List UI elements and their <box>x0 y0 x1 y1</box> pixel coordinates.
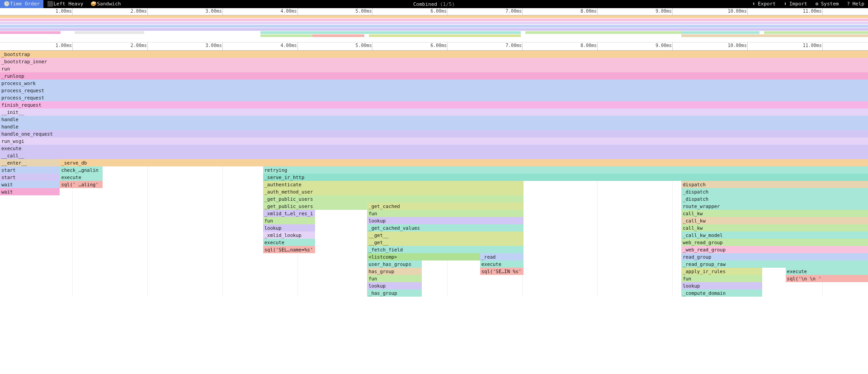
flame-frame[interactable]: fun <box>263 217 315 224</box>
flame-frame[interactable]: wait <box>0 181 60 188</box>
flame-frame[interactable]: sql('SE…IN %s' <box>480 268 524 275</box>
flame-frame[interactable]: lookup <box>681 282 762 289</box>
flame-frame[interactable]: process_request <box>0 87 868 94</box>
tab-sandwich[interactable]: 🥪 Sandwich <box>87 0 124 8</box>
export-button[interactable]: ⬆ Export <box>748 0 779 8</box>
flame-frame[interactable]: _fetch_field <box>367 246 524 253</box>
flame-frame[interactable]: _xmlid_t…el_res_i <box>263 210 315 217</box>
flame-frame[interactable]: <listcomp> <box>367 253 480 260</box>
flame-frame[interactable]: _serve_ir_http <box>263 174 868 181</box>
flame-frame[interactable]: sql('SEL…name=%s' <box>263 246 315 253</box>
ruler-tick-label: 9.00ms <box>656 9 672 14</box>
flame-frame[interactable]: handle <box>0 123 868 130</box>
flamechart[interactable]: _bootstrap_bootstrap_innerrun_runlooppro… <box>0 51 868 297</box>
flame-lane: startexecute_serve_ir_http <box>0 174 868 181</box>
flame-frame-label: __get__ <box>368 232 388 238</box>
flame-frame[interactable]: _call_kw_model <box>681 232 868 239</box>
system-button[interactable]: ⚙ System <box>811 0 843 8</box>
flame-frame[interactable]: lookup <box>367 282 422 289</box>
flame-frame[interactable]: sql('\n \n ' <box>786 275 868 282</box>
flame-frame[interactable]: fun <box>367 275 422 282</box>
flame-frame[interactable]: run_wsgi <box>0 137 868 145</box>
flame-frame[interactable]: __get__ <box>367 232 524 239</box>
flame-frame[interactable]: handle_one_request <box>0 130 868 137</box>
flame-frame[interactable]: has_group <box>367 268 422 275</box>
flame-frame[interactable]: sql(' …aling' <box>60 181 102 188</box>
flame-frame[interactable]: route_wrapper <box>681 203 868 210</box>
flame-frame[interactable]: _get_public_users <box>263 195 524 203</box>
ruler-tick-label: 1.00ms <box>56 43 72 48</box>
flame-frame[interactable]: finish_request <box>0 101 868 109</box>
flame-frame-label: process_request <box>1 95 44 100</box>
minimap-segment <box>0 15 868 18</box>
flame-frame-label: _auth_method_user <box>264 189 313 194</box>
flame-frame[interactable]: _has_group <box>367 289 422 297</box>
sandwich-icon: 🥪 <box>90 0 95 8</box>
flame-frame[interactable]: _read <box>480 253 524 260</box>
flame-frame[interactable]: _get_cached_values <box>367 224 524 232</box>
flame-frame[interactable]: handle <box>0 116 868 123</box>
flame-frame[interactable]: _call_kw <box>681 217 868 224</box>
flame-frame[interactable]: lookup <box>263 224 315 232</box>
flame-frame[interactable]: _dispatch <box>681 188 868 195</box>
flame-frame[interactable]: execute <box>60 174 102 181</box>
flame-frame[interactable]: _auth_method_user <box>263 188 524 195</box>
ruler-tick-label: 6.00ms <box>430 9 447 14</box>
ruler-tick: 5.00ms <box>372 8 373 15</box>
minimap-row <box>0 31 868 34</box>
flame-frame[interactable]: run <box>0 65 868 72</box>
flame-frame[interactable]: retrying <box>263 166 868 174</box>
flame-frame[interactable]: execute <box>0 145 868 152</box>
flame-frame[interactable]: read_group <box>681 253 868 260</box>
flame-frame[interactable]: process_work <box>0 80 868 87</box>
flame-frame[interactable]: _get_cached <box>367 203 524 210</box>
flame-frame[interactable]: _read_group_raw <box>681 260 868 268</box>
minimap-segment <box>0 22 868 24</box>
flame-frame[interactable]: __init__ <box>0 109 868 116</box>
flame-frame[interactable]: call_kw <box>681 224 868 232</box>
title-text: Combined <box>413 1 437 7</box>
flame-frame[interactable]: _compute_domain <box>681 289 762 297</box>
import-button[interactable]: ⬇ Import <box>779 0 811 8</box>
flame-frame[interactable]: _get_public_users <box>263 203 367 210</box>
flame-frame[interactable]: call_kw <box>681 210 868 217</box>
flame-frame[interactable]: start <box>0 166 60 174</box>
flame-frame-label: _bootstrap <box>1 52 30 57</box>
flame-frame[interactable]: __call__ <box>0 152 868 159</box>
flame-frame[interactable]: execute <box>263 239 315 246</box>
flame-frame[interactable]: __enter__ <box>0 159 60 166</box>
tab-time-order[interactable]: 🕒 Time Order <box>0 0 43 8</box>
minimap[interactable]: 1.00ms2.00ms3.00ms4.00ms5.00ms6.00ms7.00… <box>0 8 868 43</box>
flame-frame[interactable]: _xmlid_lookup <box>263 232 315 239</box>
flame-frame[interactable]: __get__ <box>367 239 524 246</box>
flame-lane: run <box>0 65 868 72</box>
flame-frame[interactable]: _serve_db <box>60 159 868 166</box>
flame-frame[interactable]: execute <box>786 268 868 275</box>
flame-frame[interactable]: fun <box>367 210 524 217</box>
flame-frame[interactable]: fun <box>681 275 762 282</box>
flame-frame[interactable]: dispatch <box>681 181 868 188</box>
flame-frame[interactable]: _authenticate <box>263 181 524 188</box>
flame-frame[interactable]: execute <box>480 260 524 268</box>
flame-frame[interactable]: _dispatch <box>681 195 868 203</box>
flame-frame-label: user_has_groups <box>368 261 411 267</box>
clock-icon: 🕒 <box>4 0 8 8</box>
main-ruler: 1.00ms2.00ms3.00ms4.00ms5.00ms6.00ms7.00… <box>0 43 868 51</box>
flame-frame[interactable]: _apply_ir_rules <box>681 268 762 275</box>
flame-frame[interactable]: _bootstrap_inner <box>0 58 868 65</box>
flame-frame[interactable]: _bootstrap <box>0 51 868 58</box>
flame-frame[interactable]: process_request <box>0 94 868 101</box>
flame-frame[interactable]: _runloop <box>0 72 868 80</box>
flame-frame[interactable]: _web_read_group <box>681 246 868 253</box>
flame-frame[interactable]: start <box>0 174 60 181</box>
flame-lane: _xmlid_lookup__get___call_kw_model <box>0 232 868 239</box>
flame-frame[interactable]: lookup <box>367 217 524 224</box>
flame-frame[interactable]: user_has_groups <box>367 260 422 268</box>
tab-left-heavy[interactable]: ⬛ Left Heavy <box>43 0 87 8</box>
help-button[interactable]: ? Help <box>843 0 868 8</box>
flame-frame[interactable]: check_…gnalin <box>60 166 102 174</box>
flame-frame[interactable]: web_read_group <box>681 239 868 246</box>
ruler-tick: 3.00ms <box>222 43 223 50</box>
ruler-tick: 2.00ms <box>147 8 148 15</box>
flame-frame[interactable]: wait <box>0 188 60 195</box>
